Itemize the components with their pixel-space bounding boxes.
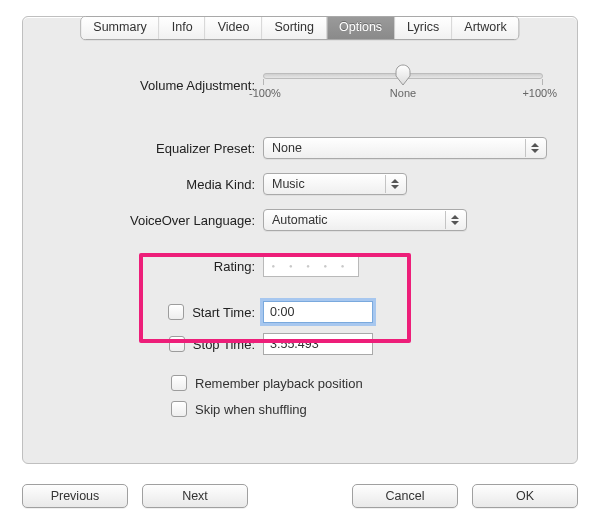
volume-label: Volume Adjustment: [43,78,263,93]
tab-artwork[interactable]: Artwork [452,17,518,39]
start-time-value: 0:00 [270,305,294,319]
chevron-updown-icon [525,139,544,157]
voice-value: Automatic [272,213,328,227]
stop-time-label: Stop Time: [193,337,255,352]
stop-time-input[interactable]: 3:55.493 [263,333,373,355]
tab-sorting[interactable]: Sorting [262,17,327,39]
media-select[interactable]: Music [263,173,407,195]
cancel-button[interactable]: Cancel [352,484,458,508]
chevron-updown-icon [385,175,404,193]
slider-max-label: +100% [522,87,557,99]
skip-checkbox[interactable] [171,401,187,417]
media-label: Media Kind: [43,177,263,192]
voice-label: VoiceOver Language: [43,213,263,228]
start-time-checkbox[interactable] [168,304,184,320]
tab-video[interactable]: Video [206,17,263,39]
previous-button[interactable]: Previous [22,484,128,508]
tab-summary[interactable]: Summary [81,17,159,39]
start-time-input[interactable]: 0:00 [263,301,373,323]
eq-select[interactable]: None [263,137,547,159]
rating-control[interactable]: ● ● ● ● ● [263,255,359,277]
slider-min-label: -100% [249,87,281,99]
button-bar: Previous Next Cancel OK [22,481,578,511]
next-button[interactable]: Next [142,484,248,508]
stop-time-checkbox[interactable] [169,336,185,352]
options-panel: Summary Info Video Sorting Options Lyric… [22,16,578,464]
voice-select[interactable]: Automatic [263,209,467,231]
remember-label: Remember playback position [195,376,363,391]
chevron-updown-icon [445,211,464,229]
tab-strip: Summary Info Video Sorting Options Lyric… [80,16,519,40]
skip-label: Skip when shuffling [195,402,307,417]
tab-info[interactable]: Info [160,17,206,39]
start-time-label: Start Time: [192,305,255,320]
eq-value: None [272,141,302,155]
tab-options[interactable]: Options [327,17,395,39]
ok-button[interactable]: OK [472,484,578,508]
slider-mid-label: None [390,87,416,99]
volume-slider[interactable]: -100% None +100% [263,65,543,105]
remember-checkbox[interactable] [171,375,187,391]
eq-label: Equalizer Preset: [43,141,263,156]
stop-time-value: 3:55.493 [270,337,319,351]
rating-label: Rating: [43,259,263,274]
tab-lyrics[interactable]: Lyrics [395,17,452,39]
options-form: Volume Adjustment: -100% None +100% Equa… [23,65,577,427]
media-value: Music [272,177,305,191]
